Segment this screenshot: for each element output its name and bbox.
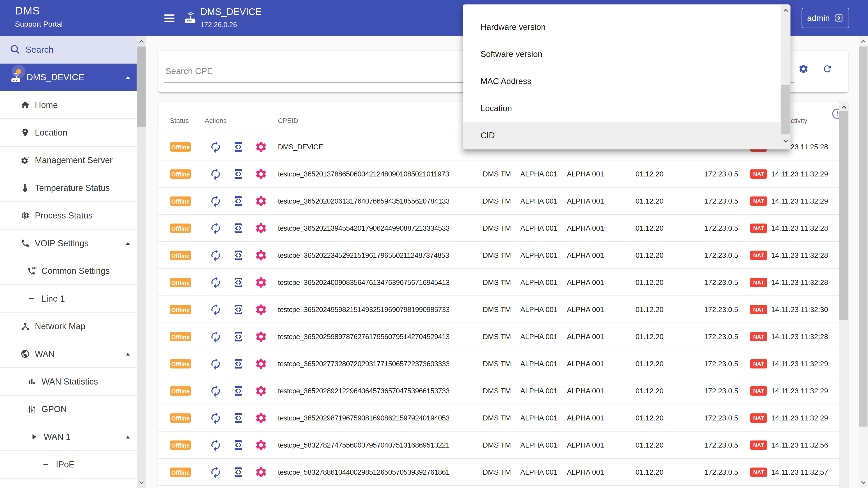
row-settings-button[interactable] xyxy=(255,303,268,316)
sidebar-item-temperature-status[interactable]: Temperature Status xyxy=(0,174,137,202)
row-refresh-button[interactable] xyxy=(209,303,222,316)
row-provision-button[interactable] xyxy=(232,222,245,234)
row-settings-button[interactable] xyxy=(255,385,268,397)
row-settings-button[interactable] xyxy=(255,168,268,180)
scroll-down-icon[interactable] xyxy=(860,479,867,486)
row-provision-button[interactable] xyxy=(232,303,245,316)
row-refresh-button[interactable] xyxy=(209,249,222,262)
row-provision-button[interactable] xyxy=(232,276,245,289)
column-header-status[interactable]: Status xyxy=(170,117,189,125)
row-provision-button[interactable] xyxy=(232,195,245,207)
sidebar-item-line-1[interactable]: Line 1 xyxy=(0,285,137,313)
table-row[interactable]: Offline testcpe_365202400908356476134763… xyxy=(158,268,839,295)
sidebar-scrollbar-thumb[interactable] xyxy=(137,46,146,127)
table-row[interactable]: Offline testcpe_365202234529215196179655… xyxy=(158,241,839,268)
row-provision-button[interactable] xyxy=(232,466,245,479)
sidebar-scrollbar[interactable] xyxy=(137,36,146,488)
row-refresh-button[interactable] xyxy=(209,466,222,479)
table-settings-button[interactable] xyxy=(798,64,809,74)
scroll-up-icon[interactable] xyxy=(840,103,848,111)
row-refresh-button[interactable] xyxy=(209,140,222,153)
row-provision-button[interactable] xyxy=(232,140,245,153)
dropdown-item-location[interactable]: Location xyxy=(463,95,790,122)
sidebar-item-wan[interactable]: WAN xyxy=(0,340,137,368)
row-settings-button[interactable] xyxy=(255,357,268,370)
row-settings-button[interactable] xyxy=(255,249,268,262)
table-row[interactable]: Offline testcpe_365202773280720293177150… xyxy=(158,350,839,377)
table-row[interactable]: Offline testcpe_365202987196759081690862… xyxy=(158,404,839,431)
sidebar-item-search[interactable]: Search xyxy=(0,36,137,64)
sidebar-item-gpon[interactable]: GPON xyxy=(0,396,137,423)
table-row[interactable]: Offline testcpe_365202495982151493251969… xyxy=(158,295,839,323)
collapse-icon[interactable] xyxy=(125,433,131,440)
row-provision-button[interactable] xyxy=(232,249,245,262)
row-refresh-button[interactable] xyxy=(209,168,222,180)
sidebar-item-wan-statistics[interactable]: WAN Statistics xyxy=(0,368,137,396)
dropdown-item-cid[interactable]: CID xyxy=(463,122,790,149)
collapse-icon[interactable] xyxy=(125,240,131,247)
collapse-icon[interactable] xyxy=(125,74,131,80)
scroll-up-icon[interactable] xyxy=(782,6,789,14)
table-row[interactable]: Offline testcpe_365202139455420179062449… xyxy=(158,214,839,241)
row-refresh-button[interactable] xyxy=(209,385,222,397)
table-row[interactable]: Offline testcpe_365202598978762761795607… xyxy=(158,323,839,350)
row-provision-button[interactable] xyxy=(232,357,245,370)
sidebar-item-location[interactable]: Location xyxy=(0,119,137,147)
dropdown-scrollbar-thumb[interactable] xyxy=(781,85,790,134)
hamburger-menu-button[interactable] xyxy=(162,11,177,25)
sidebar-item-voip-settings[interactable]: VOIP Settings xyxy=(0,230,137,257)
row-settings-button[interactable] xyxy=(255,412,268,424)
scroll-up-icon[interactable] xyxy=(860,38,867,45)
sidebar-item-pppoe[interactable]: PPPoE xyxy=(0,479,137,488)
row-settings-button[interactable] xyxy=(255,195,268,207)
row-refresh-button[interactable] xyxy=(209,330,222,343)
table-scrollbar-thumb[interactable] xyxy=(839,111,848,320)
row-settings-button[interactable] xyxy=(255,140,268,153)
row-settings-button[interactable] xyxy=(255,276,268,289)
window-scrollbar-thumb[interactable] xyxy=(859,46,868,427)
window-scrollbar[interactable] xyxy=(859,0,868,488)
table-row[interactable]: Offline testcpe_365202020613176407665943… xyxy=(158,187,839,214)
scroll-up-icon[interactable] xyxy=(138,38,145,45)
row-provision-button[interactable] xyxy=(232,439,245,451)
row-refresh-button[interactable] xyxy=(209,195,222,207)
row-refresh-button[interactable] xyxy=(209,222,222,234)
table-row[interactable]: Offline testcpe_365202892122964064573657… xyxy=(158,377,839,404)
row-refresh-button[interactable] xyxy=(209,276,222,289)
sidebar-item-process-status[interactable]: Process Status xyxy=(0,202,137,230)
row-settings-button[interactable] xyxy=(255,466,268,479)
dropdown-scrollbar[interactable] xyxy=(780,4,790,150)
table-row[interactable]: Offline testcpe_583278274755600379570407… xyxy=(158,431,839,458)
dropdown-item-mac-address[interactable]: MAC Address xyxy=(463,68,790,95)
row-refresh-button[interactable] xyxy=(209,412,222,424)
sidebar-item-common-settings[interactable]: Common Settings xyxy=(0,257,137,285)
dropdown-item-hardware-version[interactable]: Hardware version xyxy=(463,13,790,40)
admin-user-button[interactable]: admin xyxy=(802,8,849,28)
row-provision-button[interactable] xyxy=(232,412,245,424)
sidebar-item-wan-1[interactable]: WAN 1 xyxy=(0,423,137,451)
row-settings-button[interactable] xyxy=(255,439,268,451)
row-settings-button[interactable] xyxy=(255,222,268,234)
row-provision-button[interactable] xyxy=(232,330,245,343)
table-refresh-button[interactable] xyxy=(822,64,833,74)
row-refresh-button[interactable] xyxy=(209,439,222,451)
scroll-down-icon[interactable] xyxy=(138,479,145,486)
sidebar-item-dms-device[interactable]: DMS_DEVICE xyxy=(0,64,137,91)
row-settings-button[interactable] xyxy=(255,330,268,343)
row-provision-button[interactable] xyxy=(232,385,245,397)
gear-icon xyxy=(255,195,268,207)
sidebar-item-network-map[interactable]: Network Map xyxy=(0,313,137,340)
row-provision-button[interactable] xyxy=(232,168,245,180)
row-refresh-button[interactable] xyxy=(209,357,222,370)
column-header-cpeid[interactable]: CPEID xyxy=(278,117,298,125)
scroll-down-icon[interactable] xyxy=(782,138,789,145)
sidebar-item-management-server[interactable]: Management Server xyxy=(0,147,137,174)
table-row[interactable]: Offline testcpe_365201378865060042124809… xyxy=(158,160,839,187)
table-row[interactable]: Offline testcpe_583278861044002985126505… xyxy=(158,458,839,485)
collapse-icon[interactable] xyxy=(125,350,131,357)
table-scrollbar[interactable] xyxy=(839,102,848,488)
sidebar-item-ipoe[interactable]: IPoE xyxy=(0,451,137,479)
dropdown-item-software-version[interactable]: Software version xyxy=(463,40,790,68)
sidebar-item-home[interactable]: Home xyxy=(0,91,137,119)
table-row[interactable] xyxy=(158,485,839,488)
